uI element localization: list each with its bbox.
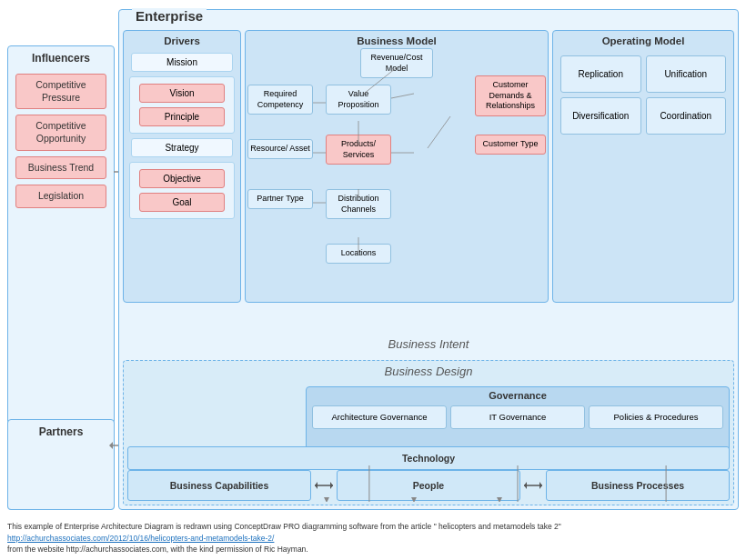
enterprise-box: Enterprise Drivers Mission Vision Princi…: [118, 9, 739, 510]
driver-goal: Goal: [139, 193, 225, 212]
footer-line2: from the website http://achurchassociate…: [7, 545, 308, 554]
drivers-title: Drivers: [124, 31, 240, 48]
influencer-competitive-pressure: Competitive Pressure: [15, 74, 106, 109]
business-intent-area: Business Intent: [123, 333, 734, 355]
bm-locations: Locations: [326, 244, 391, 264]
driver-strategy: Strategy: [131, 138, 233, 157]
footer-line1: This example of Enterprise Architecture …: [7, 522, 561, 531]
driver-vision-group: Vision Principle: [129, 76, 235, 134]
svg-marker-18: [330, 482, 333, 489]
business-model-title: Business Model: [246, 31, 548, 48]
enterprise-inner: Drivers Mission Vision Principle Strateg…: [123, 30, 734, 505]
svg-marker-20: [524, 482, 527, 489]
dbl-arrow-2: [524, 480, 542, 491]
gov-it: IT Governance: [450, 405, 585, 429]
bm-revenue-cost: Revenue/Cost Model: [360, 48, 433, 78]
influencer-business-trend: Business Trend: [15, 156, 106, 180]
bm-value-proposition: Value Proposition: [326, 85, 391, 115]
governance-title: Governance: [307, 387, 729, 404]
operating-model-title: Operating Model: [553, 31, 733, 48]
operating-model-grid: Replication Unification Diversification …: [553, 52, 733, 138]
business-model-box: Business Model Revenue/Cost Model Requir…: [245, 30, 549, 303]
opmodel-coordination: Coordination: [646, 97, 727, 135]
driver-principle: Principle: [139, 107, 225, 126]
dbl-arrow-1: [315, 480, 333, 491]
driver-mission: Mission: [131, 53, 233, 72]
bdesign-people: People: [337, 470, 520, 501]
operating-model-box: Operating Model Replication Unification …: [552, 30, 734, 303]
svg-marker-21: [539, 482, 542, 489]
bm-customer-type: Customer Type: [475, 135, 546, 155]
bdesign-processes: Business Processes: [546, 470, 730, 501]
enterprise-label: Enterprise: [132, 8, 207, 24]
bm-products-services: Products/ Services: [326, 135, 391, 165]
svg-marker-3: [109, 442, 113, 449]
drivers-box: Drivers Mission Vision Principle Strateg…: [123, 30, 241, 303]
bm-required-competency: Required Competency: [247, 85, 313, 115]
footer-link[interactable]: http://achurchassociates.com/2012/10/16/…: [7, 534, 274, 543]
partners-box: Partners: [7, 419, 115, 510]
svg-marker-17: [315, 482, 318, 489]
opmodel-replication: Replication: [560, 55, 641, 93]
partners-title: Partners: [8, 420, 114, 442]
gov-architecture: Architecture Governance: [312, 405, 447, 429]
bm-resource-asset: Resource/ Asset: [247, 139, 313, 159]
gov-policies: Policies & Procedures: [589, 405, 723, 429]
bm-customer-demands: Customer Demands & Relationships: [475, 75, 546, 116]
business-intent-label: Business Intent: [388, 337, 469, 351]
bm-distribution-channels: Distribution Channels: [326, 189, 391, 219]
influencer-legislation: Legislation: [15, 185, 106, 208]
driver-objective-group: Objective Goal: [129, 162, 235, 219]
svg-line-6: [391, 94, 414, 98]
svg-line-9: [428, 116, 450, 148]
technology-bar: Technology: [127, 446, 730, 470]
driver-objective: Objective: [139, 169, 225, 188]
influencers-title: Influencers: [8, 46, 114, 68]
bdesign-capabilities: Business Capabilities: [127, 470, 311, 501]
bdesign-bottom: Business Capabilities People: [127, 470, 730, 501]
opmodel-diversification: Diversification: [560, 97, 641, 135]
driver-vision: Vision: [139, 84, 225, 103]
business-design-label: Business Design: [124, 361, 733, 382]
bm-partner-type: Partner Type: [247, 189, 313, 209]
top-row: Drivers Mission Vision Principle Strateg…: [123, 30, 734, 303]
opmodel-unification: Unification: [646, 55, 727, 93]
main-container: Influencers Competitive Pressure Competi…: [0, 0, 746, 560]
footer-text: This example of Enterprise Architecture …: [7, 521, 739, 555]
influencer-competitive-opportunity: Competitive Opportunity: [15, 115, 106, 150]
business-design-area: Business Design Governance Architecture …: [123, 360, 734, 505]
governance-items: Architecture Governance IT Governance Po…: [307, 404, 729, 431]
